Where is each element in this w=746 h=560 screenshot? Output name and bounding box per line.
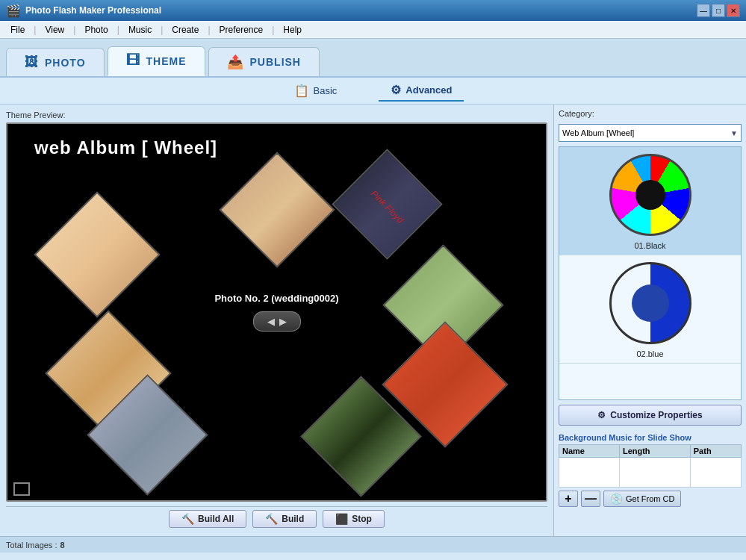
tab-photo-label: Photo: [45, 57, 86, 69]
build-all-button[interactable]: 🔨 Build All: [169, 510, 246, 528]
sub-tab-advanced[interactable]: ⚙ Advanced: [379, 80, 464, 102]
build-label: Build: [282, 514, 304, 524]
music-col-name: Name: [559, 445, 620, 458]
center-info: Photo No. 2 (wedding0002) ◀ ▶: [214, 293, 338, 332]
app-title: Photo Flash Maker Professional: [25, 5, 697, 16]
music-col-path: Path: [690, 445, 741, 458]
music-col-length: Length: [619, 445, 690, 458]
total-images-label: Total Images :: [6, 541, 57, 550]
nav-prev-icon[interactable]: ◀: [267, 316, 275, 327]
action-bar: 🔨 Build All 🔨 Build ⬛ Stop: [6, 506, 547, 530]
build-all-icon: 🔨: [181, 513, 194, 525]
album-title: web Album [ Wheel]: [34, 137, 217, 158]
stop-icon: ⬛: [335, 513, 348, 525]
music-add-button[interactable]: +: [559, 491, 578, 507]
sub-tab-advanced-label: Advanced: [405, 84, 452, 96]
preview-label: Theme Preview:: [6, 111, 547, 119]
tab-publish[interactable]: 📤 Publish: [208, 47, 320, 76]
theme-thumb-01: [562, 150, 738, 240]
theme-item-02[interactable]: 02.blue: [559, 255, 741, 364]
customize-label: Customize Properties: [610, 410, 702, 420]
basic-icon: 📋: [294, 84, 309, 98]
stop-button[interactable]: ⬛ Stop: [323, 510, 385, 528]
preview-area: Theme Preview: web Album [ Wheel] Pink F…: [0, 105, 553, 536]
music-empty-row: [559, 458, 742, 488]
right-panel: Category: Web Album [Wheel] ▼ 01.Black: [553, 105, 746, 536]
build-button[interactable]: 🔨 Build: [252, 510, 317, 528]
get-cd-label: Get From CD: [626, 494, 674, 503]
tab-publish-label: Publish: [250, 56, 301, 68]
minimize-button[interactable]: —: [697, 4, 710, 17]
music-section-label: Background Music for Slide Show: [559, 433, 742, 442]
stop-label: Stop: [352, 514, 372, 524]
get-from-cd-button[interactable]: 💿 Get From CD: [603, 491, 681, 507]
sub-tab-basic-label: Basic: [314, 85, 338, 96]
main-tab-bar: 🖼 Photo 🎞 Theme 📤 Publish: [0, 39, 746, 78]
sub-tab-bar: 📋 Basic ⚙ Advanced: [0, 78, 746, 105]
tab-photo[interactable]: 🖼 Photo: [6, 48, 105, 76]
category-value: Web Album [Wheel]: [562, 128, 634, 137]
wheel-center-01: [635, 180, 665, 210]
wheel-center-02: [632, 284, 669, 322]
music-table: Name Length Path: [559, 444, 742, 488]
photo-no-label: Photo No. 2 (wedding0002): [214, 293, 338, 304]
publish-tab-icon: 📤: [227, 54, 244, 70]
menu-bar: File | View | Photo | Music | Create | P…: [0, 21, 746, 39]
menu-file[interactable]: File: [3, 23, 32, 37]
tab-theme[interactable]: 🎞 Theme: [108, 46, 205, 76]
wheel-visual-02: [609, 262, 691, 344]
tab-theme-label: Theme: [146, 55, 187, 67]
cd-icon: 💿: [610, 493, 623, 505]
menu-music[interactable]: Music: [121, 23, 159, 37]
status-bar: Total Images : 8: [0, 536, 746, 553]
theme-tab-icon: 🎞: [126, 53, 140, 69]
menu-help[interactable]: Help: [276, 23, 309, 37]
menu-create[interactable]: Create: [164, 23, 206, 37]
nav-next-icon[interactable]: ▶: [279, 316, 287, 327]
frame-icon: [13, 482, 30, 496]
photo-tab-icon: 🖼: [25, 55, 39, 70]
music-remove-button[interactable]: —: [581, 491, 600, 507]
dropdown-arrow-icon: ▼: [730, 129, 738, 137]
content-area: Theme Preview: web Album [ Wheel] Pink F…: [0, 105, 746, 536]
music-section: Background Music for Slide Show Name Len…: [559, 433, 742, 507]
title-bar: 🎬 Photo Flash Maker Professional — □ ✕: [0, 0, 746, 21]
menu-preference[interactable]: Preference: [212, 23, 271, 37]
maximize-button[interactable]: □: [712, 4, 725, 17]
gear-icon: ⚙: [597, 410, 606, 420]
theme-item-01[interactable]: 01.Black: [559, 147, 741, 255]
theme-name-01: 01.Black: [562, 240, 738, 252]
theme-thumb-02: [562, 258, 738, 348]
category-dropdown[interactable]: Web Album [Wheel] ▼: [559, 124, 742, 142]
customize-properties-button[interactable]: ⚙ Customize Properties: [559, 405, 742, 426]
app-icon: 🎬: [6, 4, 21, 18]
sub-tab-basic[interactable]: 📋 Basic: [282, 81, 349, 101]
theme-list: 01.Black 02.blue: [559, 146, 742, 400]
music-actions: + — 💿 Get From CD: [559, 491, 742, 507]
window-controls: — □ ✕: [697, 4, 740, 17]
nav-controls[interactable]: ◀ ▶: [253, 311, 301, 332]
wheel-visual-01: [609, 154, 691, 236]
theme-name-02: 02.blue: [562, 348, 738, 360]
menu-photo[interactable]: Photo: [77, 23, 115, 37]
build-icon: 🔨: [265, 513, 278, 525]
photo-diamond-top-right: Pink Floyd: [332, 149, 442, 259]
photo-diamond-left-upper: [34, 191, 161, 318]
menu-view[interactable]: View: [37, 23, 72, 37]
total-images-count: 8: [60, 541, 64, 550]
category-label: Category:: [559, 109, 742, 118]
build-all-label: Build All: [198, 514, 234, 524]
close-button[interactable]: ✕: [727, 4, 740, 17]
advanced-icon: ⚙: [391, 83, 401, 97]
photo-diamond-top: [219, 152, 335, 268]
preview-canvas: web Album [ Wheel] Pink Floyd: [6, 122, 547, 502]
